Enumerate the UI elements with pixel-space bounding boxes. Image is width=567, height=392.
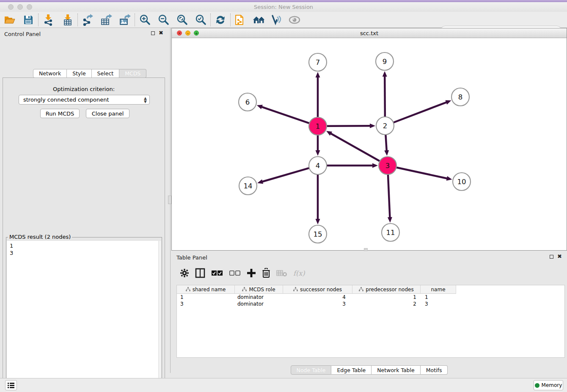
edge-3-10[interactable] (396, 167, 448, 179)
graph-node-7[interactable]: 7 (309, 53, 327, 71)
table-panel-close-icon[interactable]: ✖ (557, 254, 562, 259)
edge-1-2[interactable] (327, 126, 371, 126)
table-row[interactable]: 3dominator323 (177, 301, 564, 307)
eye-icon[interactable] (287, 13, 302, 27)
close-panel-button[interactable]: Close panel (86, 109, 129, 118)
list-icon (8, 382, 14, 388)
optimization-criterion-select[interactable]: strongly connected component ▲▼ (19, 95, 150, 105)
edge-2-3[interactable] (385, 135, 387, 152)
graph-node-10[interactable]: 10 (453, 173, 471, 190)
tab-select[interactable]: Select (92, 69, 120, 78)
svg-text:3: 3 (385, 162, 390, 170)
vizmapper-icon[interactable] (270, 13, 284, 27)
tab-network-table[interactable]: Network Table (372, 365, 421, 375)
refresh-icon[interactable] (213, 13, 228, 27)
edge-arrowhead (316, 72, 320, 77)
export-table-icon[interactable] (99, 13, 113, 27)
table-cell: dominator (235, 301, 283, 307)
edge-arrowhead (316, 150, 320, 156)
graph-node-15[interactable]: 15 (309, 225, 327, 243)
toolbar-separator (230, 14, 231, 26)
column-header-name[interactable]: name (421, 285, 456, 294)
run-mcds-button[interactable]: Run MCDS (40, 109, 80, 118)
table-cell: 1 (177, 294, 235, 300)
columns-icon[interactable] (195, 268, 205, 278)
open-session-icon[interactable] (3, 13, 17, 27)
add-row-icon[interactable] (247, 268, 256, 278)
node-table[interactable]: shared nameMCDS rolesuccessor nodesprede… (176, 285, 565, 358)
edge-3-11[interactable] (388, 174, 390, 218)
result-scrollbar[interactable] (158, 241, 161, 392)
graph-node-4[interactable]: 4 (309, 157, 327, 174)
svg-text:2: 2 (383, 122, 388, 130)
table-cell: 1 (352, 294, 421, 300)
mcds-result-list[interactable]: 13 (7, 241, 161, 392)
column-header-successor-nodes[interactable]: successor nodes (283, 285, 352, 294)
control-panel-title: Control Panel (4, 31, 41, 37)
svg-text:8: 8 (458, 93, 463, 101)
column-header-predecessor-nodes[interactable]: predecessor nodes (352, 285, 421, 294)
horizontal-divider-grip[interactable] (364, 248, 368, 251)
svg-text:11: 11 (386, 229, 395, 237)
zoom-fit-icon[interactable] (175, 13, 189, 27)
control-panel-float-icon[interactable] (151, 31, 155, 35)
edge-arrowhead (370, 124, 375, 128)
gear-icon[interactable] (180, 268, 189, 278)
svg-text:14: 14 (244, 182, 253, 190)
edge-arrowhead (316, 219, 320, 224)
svg-text:4: 4 (316, 162, 320, 170)
edge-arrowhead (388, 217, 392, 223)
zoom-in-icon[interactable] (138, 13, 152, 27)
app-titlebar: Session: New Session (0, 2, 567, 12)
deselect-all-checkboxes-icon[interactable] (229, 270, 241, 276)
zoom-selected-icon[interactable] (193, 13, 208, 27)
graph-node-11[interactable]: 11 (382, 224, 399, 241)
graph-node-9[interactable]: 9 (376, 52, 394, 70)
tab-node-table[interactable]: Node Table (291, 365, 332, 375)
delete-row-icon[interactable] (262, 268, 270, 278)
tab-mcds[interactable]: MCDS (119, 69, 146, 78)
column-header-MCDS-role[interactable]: MCDS role (235, 285, 283, 294)
control-panel-close-icon[interactable]: ✖ (159, 31, 163, 35)
graph-node-6[interactable]: 6 (239, 93, 256, 111)
network-window-titlebar[interactable]: ✕ – + scc.txt (172, 28, 567, 38)
export-network-icon[interactable] (80, 13, 95, 27)
select-all-checkboxes-icon[interactable] (211, 270, 223, 276)
export-image-icon[interactable] (118, 13, 132, 27)
task-history-button[interactable] (5, 380, 17, 390)
import-table-icon[interactable] (61, 13, 75, 27)
tab-edge-table[interactable]: Edge Table (331, 365, 372, 375)
save-session-icon[interactable] (21, 13, 36, 27)
toolbar-separator (135, 14, 135, 26)
home-icon[interactable] (252, 13, 266, 27)
network-from-file-icon[interactable] (233, 13, 248, 27)
table-panel-float-icon[interactable] (550, 255, 553, 259)
table-row[interactable]: 1dominator411 (177, 294, 564, 301)
column-header-shared-name[interactable]: shared name (177, 285, 235, 294)
edge-4-14[interactable] (261, 168, 309, 182)
graph-node-2[interactable]: 2 (376, 117, 394, 135)
delete-table-icon[interactable] (276, 269, 287, 277)
toolbar-separator (38, 14, 39, 26)
function-builder-icon[interactable]: f(x) (293, 269, 305, 277)
import-network-icon[interactable] (41, 13, 55, 27)
tab-motifs[interactable]: Motifs (421, 365, 448, 375)
table-panel-title: Table Panel (176, 254, 207, 261)
tab-style[interactable]: Style (67, 69, 91, 78)
memory-button[interactable]: Memory (534, 380, 563, 390)
graph-node-3[interactable]: 3 (379, 157, 396, 174)
graph-node-8[interactable]: 8 (451, 88, 469, 106)
select-stepper-icon: ▲▼ (144, 97, 147, 103)
graph-node-14[interactable]: 14 (239, 177, 257, 195)
edge-3-1[interactable] (330, 133, 380, 161)
edge-2-9[interactable] (385, 75, 385, 117)
network-canvas[interactable]: 7968124314101511 (172, 38, 567, 250)
tab-network[interactable]: Network (33, 69, 67, 78)
edge-1-6[interactable] (261, 107, 309, 123)
edge-arrowhead (446, 176, 452, 181)
vertical-divider-grip[interactable] (168, 196, 171, 204)
zoom-out-icon[interactable] (156, 13, 171, 27)
edge-2-8[interactable] (394, 102, 448, 123)
graph-node-1[interactable]: 1 (309, 117, 327, 135)
edge-arrowhead (384, 150, 389, 156)
